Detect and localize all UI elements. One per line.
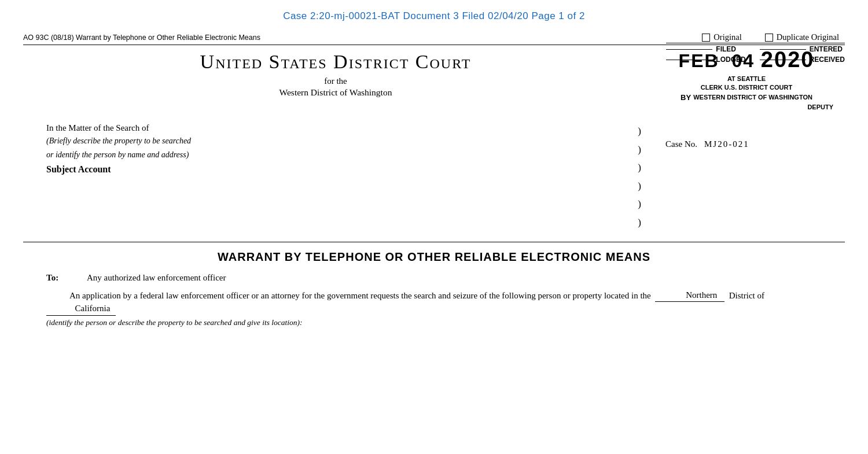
duplicate-label: Duplicate Original: [777, 32, 839, 42]
matter-section: In the Matter of the Search of (Briefly …: [23, 116, 845, 231]
italic-instruction: (identify the person or describe the pro…: [46, 318, 822, 327]
paren-col: ) ) ) ) ) ): [631, 116, 648, 231]
lodged-line: [666, 60, 712, 60]
original-label: Original: [713, 32, 741, 42]
court-name: United States District Court: [23, 51, 648, 73]
clerk-label: CLERK U.S. DISTRICT COURT: [648, 83, 845, 92]
body-paragraph-1: An application by a federal law enforcem…: [46, 289, 822, 316]
matter-left: In the Matter of the Search of (Briefly …: [46, 116, 631, 231]
matter-title: In the Matter of the Search of: [46, 123, 625, 133]
for-the: for the: [23, 76, 648, 86]
received-item: RECEIVED: [760, 56, 845, 64]
district-of-text: District of: [729, 291, 764, 300]
lodged-label: LODGED: [716, 56, 745, 64]
entered-item: ENTERED: [760, 45, 845, 53]
received-line: [760, 60, 806, 60]
clerk-stamp: AT SEATTLE CLERK U.S. DISTRICT COURT BY …: [648, 75, 845, 112]
filed-item: FILED: [666, 45, 745, 53]
case-no-value: MJ20-021: [704, 139, 749, 149]
matter-subtitle-1: (Briefly describe the property to be sea…: [46, 135, 625, 147]
entered-line: [760, 49, 806, 50]
deputy-label: DEPUTY: [648, 103, 845, 112]
form-label: AO 93C (08/18) Warrant by Telephone or O…: [23, 32, 702, 42]
received-label: RECEIVED: [810, 56, 845, 64]
to-text: Any authorized law enforcement officer: [87, 273, 226, 283]
subject-account: Subject Account: [46, 164, 625, 175]
filed-stamp-area: FILED LODGED ENTERED RECEIVED: [666, 43, 845, 64]
case-header: Case 2:20-mj-00021-BAT Document 3 Filed …: [23, 6, 845, 22]
original-checkbox[interactable]: Original: [702, 32, 741, 42]
body-text-section: To: Any authorized law enforcement offic…: [23, 268, 845, 327]
northern-field: Northern: [655, 289, 724, 302]
case-header-text: Case 2:20-mj-00021-BAT Document 3 Filed …: [283, 10, 585, 21]
original-checkbox-box: [702, 34, 710, 42]
duplicate-checkbox[interactable]: Duplicate Original: [765, 32, 839, 42]
district-name: Western District of Washington: [23, 87, 648, 98]
by-label: BY: [681, 93, 691, 103]
form-checkboxes: Original Duplicate Original: [702, 32, 839, 42]
to-label: To:: [46, 273, 69, 283]
case-number-area: Case No. MJ20-021: [648, 116, 845, 231]
california-field: California: [46, 302, 116, 316]
lodged-item: LODGED: [666, 56, 745, 64]
at-seattle: AT SEATTLE: [648, 75, 845, 83]
to-line: To: Any authorized law enforcement offic…: [46, 273, 822, 283]
warrant-title: WARRANT BY TELEPHONE OR OTHER RELIABLE E…: [218, 250, 650, 263]
court-section: United States District Court for the Wes…: [23, 45, 648, 98]
entered-label: ENTERED: [810, 45, 843, 53]
paragraph-text: An application by a federal law enforcem…: [69, 291, 651, 300]
filed-line: [666, 49, 712, 50]
case-no-label: Case No.: [665, 139, 697, 149]
filed-label: FILED: [716, 45, 736, 53]
western-label: WESTERN DISTRICT OF WASHINGTON: [693, 93, 812, 102]
duplicate-checkbox-box: [765, 34, 773, 42]
matter-subtitle-2: or identify the person by name and addre…: [46, 149, 625, 161]
warrant-title-section: WARRANT BY TELEPHONE OR OTHER RELIABLE E…: [23, 242, 845, 268]
